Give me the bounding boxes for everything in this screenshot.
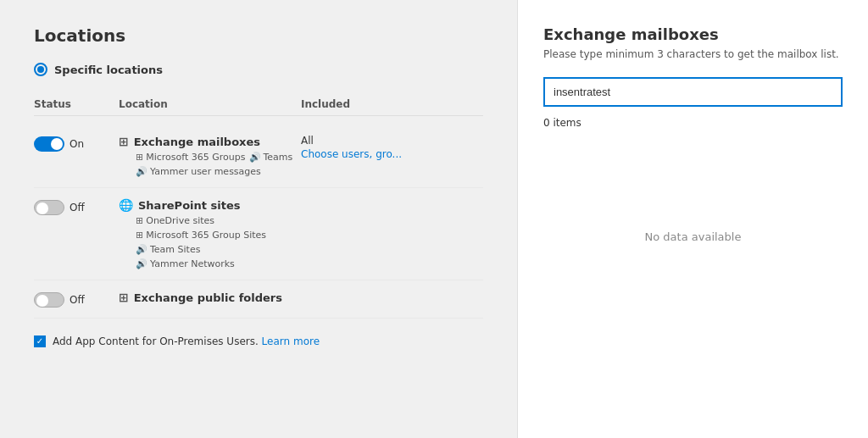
header-status: Status	[34, 98, 119, 110]
specific-locations-radio[interactable]	[34, 63, 47, 76]
sub-label-2-3: Yammer Networks	[150, 258, 235, 269]
toggle-exchange-mailboxes[interactable]	[34, 136, 64, 152]
location-name-1: Exchange mailboxes	[134, 136, 260, 148]
sharepoint-icon: 🌐	[119, 198, 133, 212]
locations-title: Locations	[34, 25, 483, 46]
status-cell-2: Off	[34, 198, 119, 215]
add-app-checkbox[interactable]	[34, 335, 46, 347]
included-cell-1: All Choose users, gro...	[301, 135, 483, 160]
location-main-3: ⊞ Exchange public folders	[119, 291, 301, 304]
table-header: Status Location Included	[34, 93, 483, 116]
location-main-2: 🌐 SharePoint sites	[119, 198, 301, 212]
sub-label-2-1: Microsoft 365 Group Sites	[146, 230, 266, 241]
table-row: Off ⊞ Exchange public folders	[34, 280, 483, 319]
sub-item-2-0: ⊞ OneDrive sites	[136, 215, 214, 226]
status-cell-3: Off	[34, 291, 119, 308]
sub-item-1-1: 🔊 Teams	[249, 152, 293, 163]
add-app-row: Add App Content for On-Premises Users. L…	[34, 335, 483, 347]
sub-icon-1-1: 🔊	[249, 152, 261, 163]
sub-icon-2-2: 🔊	[136, 244, 147, 255]
status-text-2: Off	[70, 202, 85, 213]
sub-item-2-3: 🔊 Yammer Networks	[136, 258, 235, 269]
included-text-1: All	[301, 135, 483, 147]
sub-icon-1-0: ⊞	[136, 152, 143, 163]
location-name-3: Exchange public folders	[134, 291, 282, 304]
location-sub-1: ⊞ Microsoft 365 Groups 🔊 Teams 🔊 Yammer …	[136, 152, 301, 177]
public-folders-icon: ⊞	[119, 291, 129, 304]
add-app-text-label: Add App Content for On-Premises Users.	[53, 335, 259, 347]
specific-locations-row: Specific locations	[34, 63, 483, 76]
add-app-text: Add App Content for On-Premises Users. L…	[53, 335, 320, 347]
header-location: Location	[119, 98, 301, 110]
location-name-2: SharePoint sites	[138, 199, 241, 212]
location-sub-2: ⊞ OneDrive sites ⊞ Microsoft 365 Group S…	[136, 215, 301, 269]
sub-icon-2-3: 🔊	[136, 258, 147, 269]
right-panel: Exchange mailboxes Please type minimum 3…	[517, 0, 868, 438]
panel-title: Exchange mailboxes	[543, 25, 843, 43]
items-count: 0 items	[543, 117, 843, 129]
sub-label-2-2: Team Sites	[150, 244, 200, 255]
sub-label-1-2: Yammer user messages	[150, 166, 261, 177]
panel-subtitle: Please type minimum 3 characters to get …	[543, 48, 843, 60]
location-cell-3: ⊞ Exchange public folders	[119, 291, 301, 304]
status-text-1: On	[70, 138, 84, 150]
location-cell-1: ⊞ Exchange mailboxes ⊞ Microsoft 365 Gro…	[119, 135, 301, 177]
sub-item-1-0: ⊞ Microsoft 365 Groups	[136, 152, 246, 163]
status-cell-1: On	[34, 135, 119, 152]
sub-item-2-1: ⊞ Microsoft 365 Group Sites	[136, 230, 266, 241]
choose-link-1[interactable]: Choose users, gro...	[301, 148, 483, 160]
search-input[interactable]	[543, 77, 843, 107]
toggle-sharepoint[interactable]	[34, 200, 64, 215]
table-row: On ⊞ Exchange mailboxes ⊞ Microsoft 365 …	[34, 125, 483, 188]
sub-label-2-0: OneDrive sites	[146, 215, 214, 226]
toggle-public-folders[interactable]	[34, 292, 64, 308]
sub-label-1-1: Teams	[264, 152, 293, 163]
location-cell-2: 🌐 SharePoint sites ⊞ OneDrive sites ⊞ Mi…	[119, 198, 301, 269]
exchange-mailboxes-icon: ⊞	[119, 135, 129, 148]
specific-locations-label: Specific locations	[54, 64, 163, 76]
sub-label-1-0: Microsoft 365 Groups	[146, 152, 245, 163]
learn-more-link[interactable]: Learn more	[262, 335, 320, 347]
header-included: Included	[301, 98, 483, 110]
no-data-text: No data available	[543, 230, 843, 243]
location-main-1: ⊞ Exchange mailboxes	[119, 135, 301, 148]
table-row: Off 🌐 SharePoint sites ⊞ OneDrive sites …	[34, 188, 483, 280]
sub-icon-2-1: ⊞	[136, 230, 143, 241]
sub-icon-1-2: 🔊	[136, 166, 147, 177]
sub-icon-2-0: ⊞	[136, 215, 143, 226]
sub-item-1-2: 🔊 Yammer user messages	[136, 166, 261, 177]
left-panel: Locations Specific locations Status Loca…	[0, 0, 517, 438]
sub-item-2-2: 🔊 Team Sites	[136, 244, 200, 255]
status-text-3: Off	[70, 294, 85, 306]
